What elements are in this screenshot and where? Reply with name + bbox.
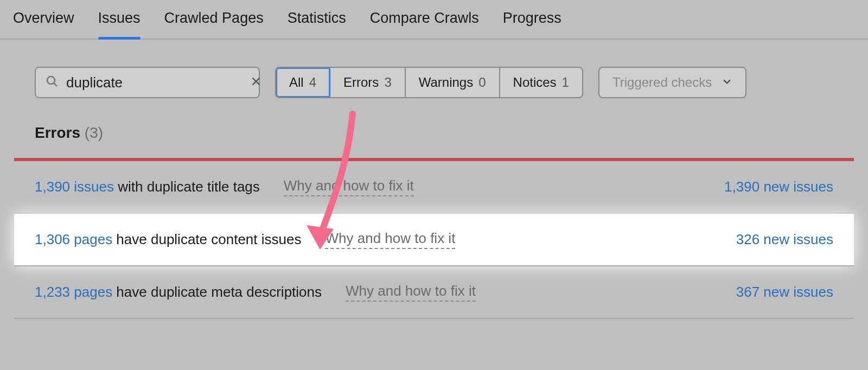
- filter-count: 0: [478, 75, 486, 90]
- search-icon: [46, 75, 59, 90]
- filter-label: Errors: [343, 75, 379, 90]
- issue-description: have duplicate meta descriptions: [112, 284, 322, 300]
- filter-warnings[interactable]: Warnings 0: [406, 68, 500, 97]
- filter-label: Notices: [513, 75, 557, 90]
- new-issues-link[interactable]: 1,390 new issues: [724, 178, 833, 195]
- filter-count: 1: [562, 75, 569, 90]
- filter-toolbar: All 4 Errors 3 Warnings 0 Notices 1 Trig…: [0, 67, 868, 98]
- section-title: Errors: [35, 124, 80, 141]
- why-and-how-link[interactable]: Why and how to fix it: [325, 230, 455, 249]
- tab-progress[interactable]: Progress: [503, 10, 561, 39]
- filter-count: 4: [309, 75, 316, 90]
- issue-text: 1,233 pages have duplicate meta descript…: [35, 284, 322, 301]
- filter-label: All: [289, 75, 304, 90]
- issue-row[interactable]: 1,390 issues with duplicate title tags W…: [14, 161, 854, 214]
- filter-label: Warnings: [419, 75, 473, 90]
- tab-overview[interactable]: Overview: [13, 10, 74, 39]
- tab-crawled-pages[interactable]: Crawled Pages: [164, 10, 264, 39]
- tab-compare-crawls[interactable]: Compare Crawls: [370, 10, 479, 39]
- tab-issues[interactable]: Issues: [98, 10, 141, 39]
- issue-row[interactable]: 1,233 pages have duplicate meta descript…: [14, 266, 854, 319]
- new-issues-link[interactable]: 367 new issues: [736, 284, 833, 301]
- search-box[interactable]: [35, 67, 260, 98]
- issues-panel: All 4 Errors 3 Warnings 0 Notices 1 Trig…: [0, 40, 868, 319]
- why-and-how-link[interactable]: Why and how to fix it: [346, 283, 476, 302]
- issue-count-link[interactable]: 1,306 pages: [35, 231, 112, 247]
- issue-text: 1,306 pages have duplicate content issue…: [35, 231, 301, 248]
- dropdown-label: Triggered checks: [612, 75, 712, 90]
- chevron-down-icon: [722, 75, 732, 90]
- issue-count-link[interactable]: 1,233 pages: [35, 284, 112, 300]
- tab-statistics[interactable]: Statistics: [288, 10, 346, 39]
- search-input[interactable]: [66, 74, 242, 91]
- new-issues-link[interactable]: 326 new issues: [736, 231, 833, 248]
- issue-description: have duplicate content issues: [112, 231, 301, 247]
- issue-row[interactable]: 1,306 pages have duplicate content issue…: [14, 214, 854, 266]
- section-heading: Errors (3): [0, 98, 868, 158]
- issues-list: 1,390 issues with duplicate title tags W…: [14, 161, 854, 319]
- svg-point-0: [47, 76, 55, 84]
- clear-icon[interactable]: [250, 75, 262, 90]
- main-tabs: Overview Issues Crawled Pages Statistics…: [0, 0, 868, 40]
- issue-count-link[interactable]: 1,390 issues: [35, 178, 114, 195]
- svg-line-1: [54, 83, 57, 86]
- filter-count: 3: [384, 75, 391, 90]
- why-and-how-link[interactable]: Why and how to fix it: [284, 177, 414, 196]
- filter-errors[interactable]: Errors 3: [330, 68, 406, 97]
- issue-description: with duplicate title tags: [114, 178, 260, 195]
- section-count: (3): [85, 124, 103, 141]
- issue-type-filter: All 4 Errors 3 Warnings 0 Notices 1: [275, 67, 583, 98]
- filter-all[interactable]: All 4: [276, 68, 330, 97]
- filter-notices[interactable]: Notices 1: [500, 68, 582, 97]
- issue-text: 1,390 issues with duplicate title tags: [35, 178, 260, 195]
- triggered-checks-dropdown[interactable]: Triggered checks: [598, 67, 746, 98]
